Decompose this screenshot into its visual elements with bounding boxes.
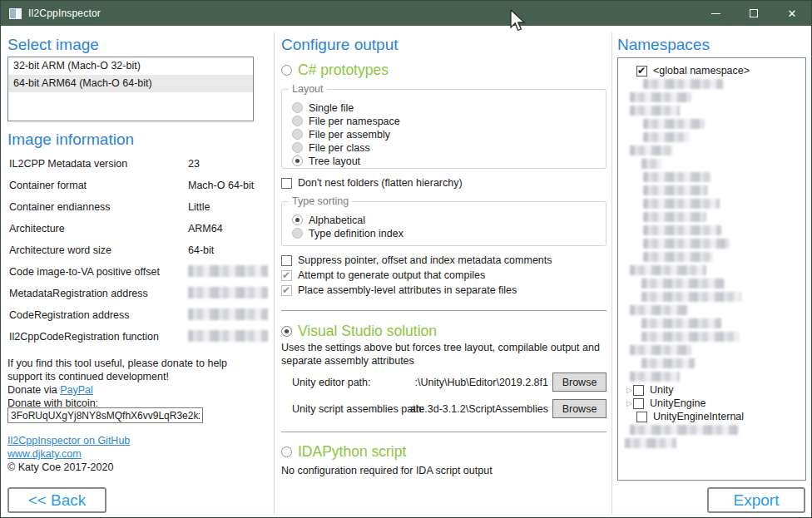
- namespace-item-redacted[interactable]: [618, 210, 805, 224]
- checkbox-icon: [281, 178, 292, 189]
- namespace-item-redacted[interactable]: [618, 237, 805, 250]
- browse-script-assemblies-button[interactable]: Browse: [552, 399, 607, 418]
- info-label: Il2CppCodeRegistration function: [9, 331, 159, 343]
- namespace-item[interactable]: UnityEngineInternal: [618, 410, 805, 423]
- info-label: Container endianness: [9, 201, 111, 213]
- donate-via-label: Donate via: [7, 384, 60, 396]
- image-list-item[interactable]: 64-bit ARM64 (Mach-O 64-bit): [8, 75, 253, 92]
- redacted-namespace-text: [630, 305, 688, 315]
- title-bar[interactable]: Il2CppInspector ✕: [1, 1, 811, 26]
- namespace-item-redacted[interactable]: [618, 104, 805, 117]
- radio-label: Single file: [309, 102, 354, 114]
- close-button[interactable]: ✕: [773, 1, 811, 26]
- layout-radio-file-per-class[interactable]: File per class: [292, 141, 606, 154]
- info-label: Architecture word size: [9, 244, 111, 256]
- suppress-comments-checkbox[interactable]: Suppress pointer, offset and index metad…: [281, 254, 552, 266]
- github-link[interactable]: Il2CppInspector on GitHub: [7, 435, 130, 446]
- minimize-button[interactable]: [696, 1, 735, 26]
- namespace-item-redacted[interactable]: [618, 303, 805, 317]
- namespace-item-redacted[interactable]: [618, 357, 805, 370]
- redacted-namespace-text: [641, 332, 740, 342]
- image-listbox[interactable]: 32-bit ARM (Mach-O 32-bit)64-bit ARM64 (…: [7, 57, 254, 121]
- namespace-item-redacted[interactable]: [618, 131, 805, 144]
- redacted-namespace-text: [641, 358, 695, 368]
- configure-output-title: Configure output: [281, 36, 399, 54]
- radio-icon: [281, 65, 292, 76]
- flatten-hierarchy-checkbox[interactable]: Don't nest folders (flatten hierarchy): [281, 177, 463, 189]
- redacted-namespace-text: [643, 172, 711, 182]
- namespace-item-redacted[interactable]: [618, 437, 805, 450]
- csharp-prototypes-radio[interactable]: C# prototypes: [281, 62, 389, 79]
- layout-radio-tree-layout[interactable]: Tree layout: [292, 155, 606, 167]
- idapython-script-label: IDAPython script: [298, 443, 406, 461]
- checkbox-icon: [281, 285, 292, 296]
- idapython-script-radio[interactable]: IDAPython script: [281, 443, 406, 461]
- website-link[interactable]: www.djkaty.com: [7, 448, 82, 460]
- minimize-icon: [711, 13, 720, 14]
- image-info-row: Architecture word size64-bit: [7, 239, 265, 261]
- layout-group-label: Layout: [289, 83, 327, 95]
- close-icon: ✕: [788, 8, 797, 19]
- separate-attributes-checkbox[interactable]: Place assembly-level attributes in separ…: [281, 284, 517, 296]
- export-button[interactable]: Export: [707, 487, 805, 513]
- section-divider: [281, 310, 607, 311]
- namespace-item-redacted[interactable]: [618, 77, 805, 91]
- maximize-button[interactable]: [735, 1, 773, 26]
- bitcoin-address-input[interactable]: [7, 407, 203, 423]
- back-button[interactable]: << Back: [7, 487, 106, 513]
- namespace-item-redacted[interactable]: [618, 343, 805, 357]
- image-info-row: ArchitectureARM64: [7, 218, 265, 239]
- type-sorting-radio-alphabetical[interactable]: Alphabetical: [292, 214, 606, 226]
- checkbox-label: Attempt to generate output that compiles: [298, 269, 485, 281]
- unity-editor-path-value: :\Unity\Hub\Editor\2019.2.8f1: [359, 377, 548, 388]
- redacted-namespace-text: [643, 252, 713, 262]
- namespace-item[interactable]: ▷Unity: [618, 383, 805, 397]
- layout-radio-file-per-assembly[interactable]: File per assembly: [292, 128, 606, 141]
- namespace-item-redacted[interactable]: [618, 317, 805, 330]
- namespace-label: UnityEngine: [650, 397, 706, 409]
- layout-radio-single-file[interactable]: Single file: [292, 101, 606, 114]
- namespace-item-redacted[interactable]: [618, 224, 805, 237]
- namespace-item[interactable]: <global namespace>: [618, 64, 805, 77]
- checkbox-icon: [281, 255, 292, 266]
- namespace-checkbox[interactable]: [636, 66, 647, 76]
- namespace-item[interactable]: ▷UnityEngine: [618, 397, 805, 410]
- browse-editor-path-button[interactable]: Browse: [552, 372, 607, 392]
- namespace-item-redacted[interactable]: [618, 423, 805, 437]
- visual-studio-solution-radio[interactable]: Visual Studio solution: [281, 323, 437, 340]
- redacted-namespace-text: [630, 92, 691, 102]
- expander-icon[interactable]: ▷: [626, 399, 633, 407]
- layout-radio-file-per-namespace[interactable]: File per namespace: [292, 115, 606, 127]
- app-window: Il2CppInspector ✕ Select image 32-bit AR…: [0, 0, 812, 518]
- info-value: Little: [188, 201, 210, 213]
- namespace-item-redacted[interactable]: [618, 330, 805, 343]
- namespace-item-redacted[interactable]: [618, 290, 805, 303]
- radio-icon: [281, 446, 292, 457]
- namespace-checkbox[interactable]: [636, 412, 647, 422]
- namespace-item-redacted[interactable]: [618, 277, 805, 290]
- expander-icon[interactable]: ▷: [626, 386, 633, 394]
- namespace-item-redacted[interactable]: [618, 184, 805, 197]
- namespace-item-redacted[interactable]: [618, 264, 805, 277]
- namespace-item-redacted[interactable]: [618, 197, 805, 210]
- namespaces-listbox[interactable]: <global namespace>▷Unity▷UnityEngineUnit…: [617, 57, 806, 481]
- redacted-namespace-text: [625, 438, 676, 448]
- namespace-item-redacted[interactable]: [618, 250, 805, 264]
- namespace-item-redacted[interactable]: [618, 370, 805, 383]
- info-label: MetadataRegistration address: [9, 288, 148, 299]
- namespace-checkbox[interactable]: [633, 385, 644, 396]
- namespace-item-redacted[interactable]: [618, 170, 805, 184]
- namespace-label: <global namespace>: [653, 65, 750, 76]
- namespace-item-redacted[interactable]: [618, 91, 805, 104]
- compilable-output-checkbox[interactable]: Attempt to generate output that compiles: [281, 269, 485, 281]
- namespace-checkbox[interactable]: [633, 398, 644, 409]
- redacted-namespace-text: [641, 292, 741, 302]
- namespace-item-redacted[interactable]: [618, 157, 805, 170]
- info-value-redacted: [188, 308, 268, 320]
- image-list-item[interactable]: 32-bit ARM (Mach-O 32-bit): [8, 57, 253, 75]
- type-sorting-radio-type-definition-index[interactable]: Type definition index: [292, 227, 606, 239]
- donate-line: support its continued development!: [7, 371, 169, 382]
- namespace-item-redacted[interactable]: [618, 117, 805, 131]
- namespace-item-redacted[interactable]: [618, 144, 805, 157]
- paypal-link[interactable]: PayPal: [60, 384, 93, 396]
